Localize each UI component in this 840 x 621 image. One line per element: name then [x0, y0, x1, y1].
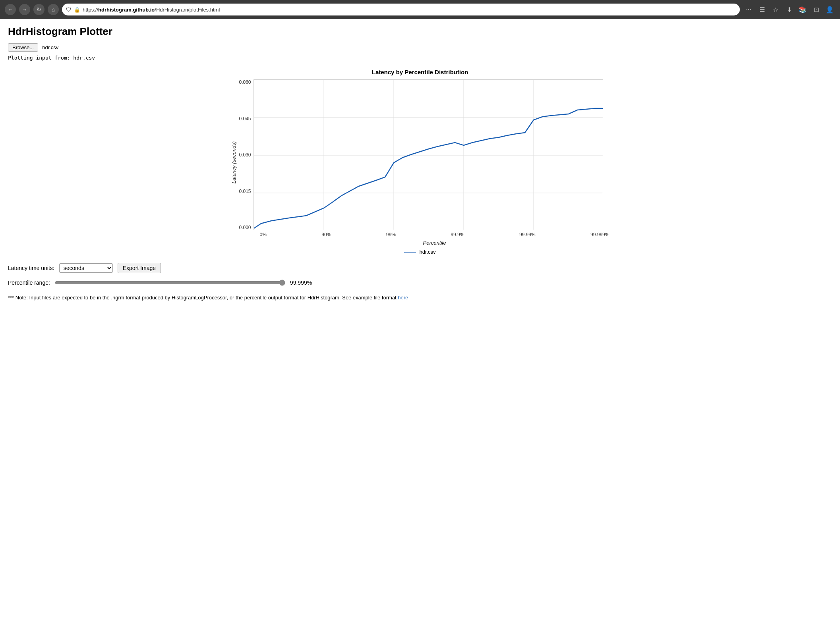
y-tick-3: 0.030 [239, 152, 251, 158]
chart-svg [254, 79, 603, 230]
export-image-button[interactable]: Export Image [118, 263, 161, 273]
percentile-range-label: Percentile range: [8, 280, 50, 286]
y-ticks: 0.060 0.045 0.030 0.015 0.000 [239, 79, 254, 230]
browser-actions: ··· ☰ ☆ ⬇ 📚 ⊡ 👤 [743, 4, 835, 15]
chart-row: 0.060 0.045 0.030 0.015 0.000 [239, 79, 610, 230]
file-input-row: Browse... hdr.csv [8, 43, 832, 52]
forward-button[interactable]: → [19, 4, 30, 15]
lock-icon: 🔒 [74, 7, 80, 13]
browse-button[interactable]: Browse... [8, 43, 38, 52]
page-content: HdrHistogram Plotter Browse... hdr.csv P… [0, 19, 840, 309]
x-tick-99: 99% [386, 232, 396, 237]
percentile-value: 99.999% [290, 280, 312, 286]
pocket-button[interactable]: ☰ [757, 4, 768, 15]
profile-button[interactable]: 👤 [824, 4, 835, 15]
note-text: *** Note: Input files are expected to be… [8, 294, 485, 302]
x-tick-0: 0% [260, 232, 267, 237]
chart-with-axes: 0.060 0.045 0.030 0.015 0.000 [239, 79, 610, 246]
download-button[interactable]: ⬇ [784, 4, 795, 15]
chart-line [254, 108, 603, 228]
reader-view-button[interactable]: ⊡ [811, 4, 822, 15]
url-display: https://hdrhistogram.github.io/HdrHistog… [83, 7, 220, 13]
x-tick-9999: 99.99% [519, 232, 536, 237]
time-units-select[interactable]: seconds milliseconds microseconds nanose… [59, 263, 113, 273]
controls-row: Latency time units: seconds milliseconds… [8, 263, 832, 273]
note-content: *** Note: Input files are expected to be… [8, 295, 398, 301]
percentile-slider[interactable] [55, 280, 285, 286]
bookmark-button[interactable]: ☆ [770, 4, 781, 15]
y-tick-1: 0.000 [239, 225, 251, 230]
chart-legend: hdr.csv [404, 249, 435, 255]
latency-units-label: Latency time units: [8, 265, 54, 271]
x-tick-99999: 99.999% [590, 232, 609, 237]
reload-button[interactable]: ↻ [33, 4, 45, 15]
file-name-display: hdr.csv [42, 44, 58, 50]
browser-chrome: ← → ↻ ⌂ 🛡 🔒 https://hdrhistogram.github.… [0, 0, 840, 19]
percentile-row: Percentile range: 99.999% [8, 280, 832, 286]
chart-title: Latency by Percentile Distribution [372, 69, 468, 75]
x-tick-90: 90% [321, 232, 331, 237]
x-ticks-row: 0% 90% 99% 99.9% 99.99% 99.999% [260, 232, 610, 237]
legend-label: hdr.csv [419, 249, 435, 255]
x-axis-label: Percentile [260, 240, 610, 246]
home-button[interactable]: ⌂ [48, 4, 59, 15]
security-icon: 🛡 [66, 6, 72, 13]
plot-input-text: Plotting input from: hdr.csv [8, 55, 832, 61]
chart-area: Latency (seconds) 0.060 0.045 0.030 0.01… [231, 79, 610, 246]
y-tick-2: 0.015 [239, 189, 251, 194]
y-axis-label: Latency (seconds) [231, 141, 237, 183]
page-title: HdrHistogram Plotter [8, 25, 832, 38]
legend-line [404, 252, 416, 253]
more-button[interactable]: ··· [743, 4, 754, 15]
back-button[interactable]: ← [5, 4, 16, 15]
bookmarks-shelf-button[interactable]: 📚 [797, 4, 808, 15]
note-link[interactable]: here [398, 295, 408, 301]
address-bar[interactable]: 🛡 🔒 https://hdrhistogram.github.io/HdrHi… [62, 4, 740, 15]
y-tick-4: 0.045 [239, 116, 251, 122]
x-tick-999: 99.9% [451, 232, 464, 237]
chart-container: Latency by Percentile Distribution Laten… [8, 69, 832, 255]
y-tick-5: 0.060 [239, 79, 251, 85]
